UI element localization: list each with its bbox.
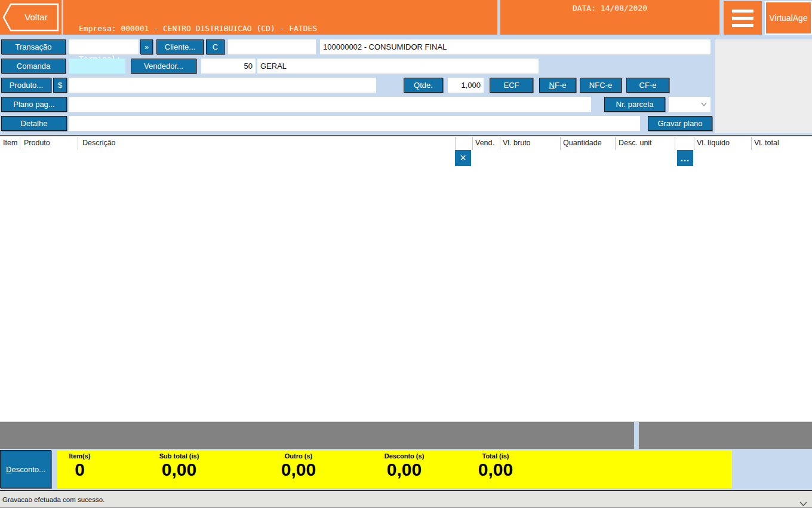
- totals-outro-value: 0,00: [251, 461, 346, 479]
- col-vl-liquido: Vl. líquido: [697, 139, 730, 147]
- plano-pag-button-label: Plano pag...: [13, 100, 54, 109]
- qtde-input[interactable]: [448, 78, 484, 93]
- nr-parcela-button-label: Nr. parcela: [616, 100, 654, 109]
- menu-button[interactable]: [724, 1, 762, 35]
- qtde-button[interactable]: Qtde.: [404, 78, 443, 93]
- col-vl-bruto: Vl. bruto: [503, 139, 531, 147]
- dollar-icon: $: [58, 81, 62, 90]
- header-info-section: Empresa: 000001 - CENTRO DISTRIBUICAO (C…: [63, 0, 497, 35]
- brand-logo: VirtualAge: [765, 1, 812, 35]
- bottom-gray-panel-right: [639, 422, 812, 449]
- items-table: Item Produto Descrição Vend. Vl. bruto Q…: [0, 136, 812, 421]
- date-label: DATA: 14/08/2020: [500, 0, 719, 13]
- chevron-down-icon: [799, 501, 807, 506]
- transacao-input[interactable]: [69, 39, 139, 54]
- gravar-plano-button[interactable]: Gravar plano: [648, 116, 712, 131]
- expand-button-label: »: [144, 43, 149, 51]
- col-vend: Vend.: [475, 139, 494, 147]
- desconto-button[interactable]: Desconto...: [0, 450, 51, 488]
- back-button[interactable]: Voltar: [2, 2, 60, 32]
- vendedor-button[interactable]: Vendedor...: [131, 59, 196, 74]
- plano-pag-button[interactable]: Plano pag...: [1, 97, 67, 112]
- totals-outro: Outro (s) 0,00: [251, 452, 346, 479]
- vendedor-name-display: GERAL: [257, 59, 539, 74]
- col-vl-total: Vl. total: [754, 139, 779, 147]
- detalhe-input[interactable]: [69, 116, 640, 131]
- produto-input[interactable]: [69, 78, 376, 93]
- qtde-button-label: Qtde.: [414, 81, 433, 90]
- totals-subtotal-label: Sub total (is): [131, 452, 227, 460]
- delete-row-button[interactable]: ×: [455, 150, 471, 166]
- header-date-section: DATA: 14/08/2020: [500, 0, 719, 35]
- cfe-button-label: CF-e: [639, 81, 657, 90]
- nfce-button-label: NFC-e: [589, 81, 612, 90]
- totals-total-value: 0,00: [448, 461, 543, 479]
- col-item: Item: [3, 139, 17, 147]
- detalhe-button[interactable]: Detalhe: [1, 116, 67, 131]
- expand-button[interactable]: »: [140, 39, 153, 54]
- produto-button[interactable]: Produto...: [1, 78, 51, 93]
- totals-desconto-value: 0,00: [356, 461, 452, 479]
- comanda-button-label: Comanda: [17, 62, 50, 71]
- side-panel: [715, 39, 812, 133]
- header-back-section: Voltar: [0, 0, 61, 35]
- plano-pag-input[interactable]: [69, 97, 591, 112]
- comanda-input[interactable]: [69, 59, 125, 74]
- cliente-code-input[interactable]: [228, 39, 316, 54]
- header-empresa-line: Empresa: 000001 - CENTRO DISTRIBUICAO (C…: [79, 23, 497, 33]
- desconto-button-label: Desconto...: [6, 465, 45, 474]
- col-produto: Produto: [24, 139, 50, 147]
- cliente-c-button-label: C: [213, 42, 218, 51]
- close-icon: ×: [460, 152, 466, 164]
- brand-label: VirtualAge: [769, 13, 807, 23]
- cliente-button-label: Cliente...: [165, 42, 195, 51]
- cfe-button[interactable]: CF-e: [626, 78, 669, 93]
- col-quantidade: Quantidade: [563, 139, 602, 147]
- cliente-display: 100000002 - CONSUMIDOR FINAL: [320, 39, 710, 54]
- vendedor-code-input[interactable]: [201, 59, 256, 74]
- status-message: Gravacao efetuada com sucesso.: [0, 496, 104, 503]
- totals-total: Total (is) 0,00: [448, 452, 543, 479]
- gravar-plano-button-label: Gravar plano: [657, 119, 702, 128]
- ecf-button[interactable]: ECF: [490, 78, 533, 93]
- produto-button-label: Produto...: [10, 81, 43, 90]
- totals-items-value: 0: [51, 461, 108, 479]
- chevron-down-icon: [701, 102, 707, 106]
- totals-total-label: Total (is): [448, 452, 543, 460]
- totals-items: Item(s) 0: [51, 452, 108, 479]
- ecf-button-label: ECF: [504, 81, 519, 90]
- detalhe-button-label: Detalhe: [21, 119, 48, 128]
- hamburger-icon: [732, 10, 753, 13]
- nfe-button[interactable]: NF-e: [539, 78, 576, 93]
- totals-bar: Item(s) 0 Sub total (is) 0,00 Outro (s) …: [57, 450, 732, 488]
- cliente-button[interactable]: Cliente...: [156, 39, 204, 54]
- totals-desconto-label: Desconto (s): [356, 452, 452, 460]
- totals-subtotal: Sub total (is) 0,00: [131, 452, 227, 479]
- totals-outro-label: Outro (s): [251, 452, 346, 460]
- totals-subtotal-value: 0,00: [131, 461, 227, 479]
- status-bar: Gravacao efetuada com sucesso.: [0, 491, 812, 508]
- totals-items-label: Item(s): [51, 452, 108, 460]
- nr-parcela-button[interactable]: Nr. parcela: [604, 97, 665, 112]
- transacao-button[interactable]: Transação: [1, 39, 66, 54]
- ellipsis-icon: ...: [681, 153, 690, 163]
- comanda-button[interactable]: Comanda: [1, 59, 66, 74]
- money-button[interactable]: $: [53, 78, 67, 93]
- cliente-c-button[interactable]: C: [206, 39, 224, 54]
- col-descricao: Descrição: [82, 139, 116, 147]
- totals-desconto: Desconto (s) 0,00: [356, 452, 452, 479]
- vendedor-button-label: Vendedor...: [144, 62, 183, 71]
- status-expand-button[interactable]: [799, 498, 807, 508]
- nfe-button-label: NF-e: [549, 81, 567, 90]
- row-more-button[interactable]: ...: [677, 150, 693, 166]
- col-desc-unit: Desc. unit: [619, 139, 652, 147]
- nr-parcela-select[interactable]: [669, 97, 710, 112]
- bottom-gray-panel-left: [0, 422, 634, 449]
- back-button-label: Voltar: [13, 2, 60, 31]
- nfce-button[interactable]: NFC-e: [580, 78, 622, 93]
- transacao-button-label: Transação: [16, 42, 52, 51]
